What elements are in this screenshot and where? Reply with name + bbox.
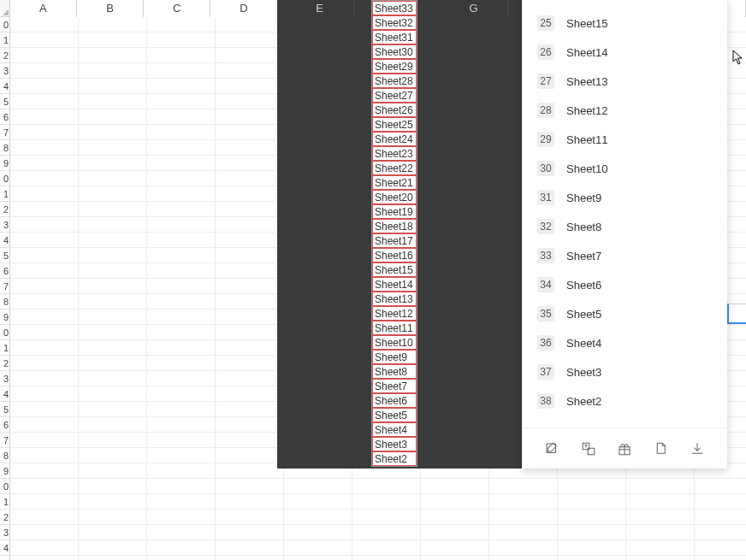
cell[interactable]	[147, 309, 216, 325]
sheet-dropdown-item[interactable]: Sheet28	[372, 74, 417, 88]
cell[interactable]	[626, 556, 695, 560]
cell[interactable]	[10, 32, 79, 48]
cell[interactable]	[421, 417, 489, 433]
cell[interactable]	[421, 525, 489, 540]
cell[interactable]	[284, 186, 352, 202]
cell[interactable]	[216, 433, 284, 448]
cell[interactable]	[284, 325, 352, 340]
cell[interactable]	[421, 356, 489, 371]
cell[interactable]	[147, 494, 216, 510]
cell[interactable]	[10, 140, 79, 156]
cell[interactable]	[421, 371, 489, 386]
row-header[interactable]: 9	[0, 309, 10, 325]
cell[interactable]	[216, 448, 284, 463]
cell[interactable]	[147, 356, 216, 371]
cell[interactable]	[79, 494, 147, 510]
cell[interactable]	[558, 556, 626, 560]
cell[interactable]	[79, 556, 147, 560]
cell[interactable]	[626, 479, 695, 494]
cell[interactable]	[147, 417, 216, 433]
cell[interactable]	[284, 109, 352, 125]
row-header[interactable]: 3	[0, 371, 10, 386]
cell[interactable]	[284, 448, 352, 463]
cell[interactable]	[489, 556, 558, 560]
row-header[interactable]: 0	[0, 171, 10, 186]
cell[interactable]	[421, 402, 489, 417]
sheet-dropdown-item[interactable]: Sheet11	[372, 321, 417, 335]
cell[interactable]	[147, 325, 216, 340]
cell[interactable]	[352, 479, 421, 494]
sheet-dropdown-item[interactable]: Sheet5	[372, 408, 417, 422]
cell[interactable]	[216, 325, 284, 340]
cell[interactable]	[79, 463, 147, 479]
cell[interactable]	[79, 248, 147, 263]
sheet-dropdown-item[interactable]: Sheet8	[372, 364, 417, 379]
cell[interactable]	[216, 371, 284, 386]
sheet-panel-item[interactable]: 27Sheet13	[522, 67, 727, 96]
edit-icon[interactable]	[544, 441, 560, 457]
cell[interactable]	[421, 140, 489, 156]
cell[interactable]	[10, 479, 79, 494]
cell[interactable]	[147, 217, 216, 233]
cell[interactable]	[284, 79, 352, 94]
sheet-dropdown-item[interactable]: Sheet16	[372, 248, 417, 262]
cell[interactable]	[147, 17, 216, 32]
sheet-dropdown-item[interactable]: Sheet25	[372, 117, 417, 132]
cell[interactable]	[626, 494, 695, 510]
cell[interactable]	[10, 94, 79, 109]
cell[interactable]	[10, 340, 79, 356]
cell[interactable]	[284, 140, 352, 156]
cell[interactable]	[216, 556, 284, 560]
sheet-panel-item[interactable]: 30Sheet10	[522, 154, 727, 183]
sheet-dropdown-item[interactable]: Sheet13	[372, 292, 417, 306]
cell[interactable]	[489, 494, 558, 510]
language-icon[interactable]	[581, 441, 596, 457]
cell[interactable]	[352, 540, 421, 556]
sheet-dropdown-item[interactable]: Sheet18	[372, 219, 417, 233]
cell[interactable]	[421, 217, 489, 233]
gift-icon[interactable]	[617, 441, 632, 457]
sheet-dropdown-item[interactable]: Sheet4	[372, 422, 417, 437]
row-header[interactable]: 2	[0, 48, 10, 63]
cell[interactable]	[284, 556, 352, 560]
cell[interactable]	[10, 248, 79, 263]
row-header[interactable]: 3	[0, 63, 10, 79]
column-header-b[interactable]: B	[77, 0, 144, 17]
cell[interactable]	[10, 79, 79, 94]
cell[interactable]	[216, 294, 284, 309]
cell[interactable]	[10, 263, 79, 279]
cell[interactable]	[216, 94, 284, 109]
row-header[interactable]: 0	[0, 479, 10, 494]
cell[interactable]	[284, 309, 352, 325]
sheet-panel-item[interactable]: 34Sheet6	[522, 270, 727, 299]
cell[interactable]	[147, 48, 216, 63]
row-header[interactable]: 2	[0, 510, 10, 525]
cell[interactable]	[10, 17, 79, 32]
cell[interactable]	[421, 32, 489, 48]
cell[interactable]	[10, 125, 79, 140]
cell[interactable]	[147, 371, 216, 386]
sheet-panel-item[interactable]: 26Sheet14	[522, 38, 727, 67]
row-header[interactable]: 8	[0, 448, 10, 463]
cell[interactable]	[79, 340, 147, 356]
row-header[interactable]: 6	[0, 263, 10, 279]
cell[interactable]	[558, 479, 626, 494]
cell[interactable]	[421, 171, 489, 186]
cell[interactable]	[79, 356, 147, 371]
sheet-dropdown-item[interactable]: Sheet9	[372, 350, 417, 364]
cell[interactable]	[695, 510, 746, 525]
row-header[interactable]: 4	[0, 79, 10, 94]
cell[interactable]	[284, 233, 352, 248]
cell[interactable]	[147, 140, 216, 156]
cell[interactable]	[626, 510, 695, 525]
cell[interactable]	[216, 217, 284, 233]
cell[interactable]	[695, 556, 746, 560]
cell[interactable]	[489, 525, 558, 540]
row-header[interactable]: 8	[0, 140, 10, 156]
cell[interactable]	[421, 309, 489, 325]
cell[interactable]	[421, 186, 489, 202]
cell[interactable]	[421, 248, 489, 263]
cell[interactable]	[10, 202, 79, 217]
cell[interactable]	[284, 294, 352, 309]
cell[interactable]	[147, 402, 216, 417]
